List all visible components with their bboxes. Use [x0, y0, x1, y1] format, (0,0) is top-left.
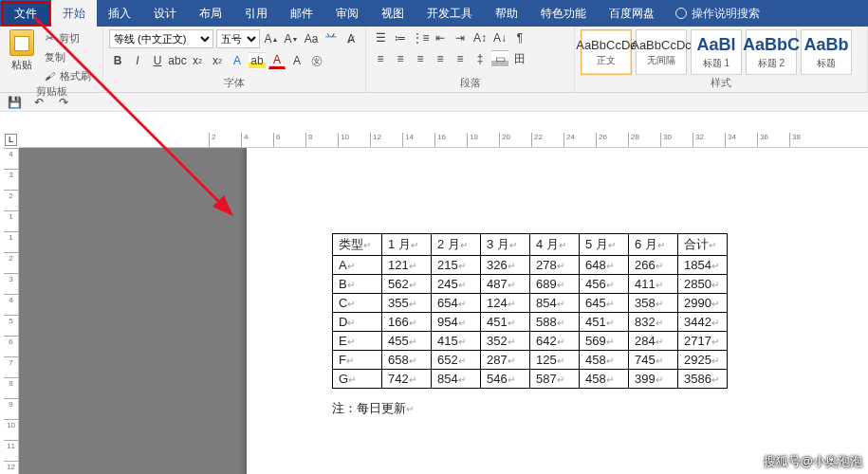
- table-cell[interactable]: 954↵: [432, 313, 481, 332]
- table-cell[interactable]: 411↵: [629, 275, 678, 294]
- show-marks-button[interactable]: ¶: [511, 29, 528, 46]
- shrink-font-button[interactable]: A▼: [283, 30, 300, 47]
- numbering-button[interactable]: ≔: [392, 29, 409, 46]
- table-cell[interactable]: 642↵: [530, 332, 580, 351]
- table-cell[interactable]: 245↵: [432, 275, 481, 294]
- tab-view[interactable]: 视图: [370, 0, 416, 27]
- table-cell[interactable]: 654↵: [432, 294, 481, 313]
- table-cell[interactable]: 745↵: [629, 351, 678, 370]
- undo-button[interactable]: ↶: [30, 94, 47, 111]
- table-cell[interactable]: 358↵: [629, 294, 678, 313]
- table-cell[interactable]: 458↵: [580, 370, 629, 389]
- document-table[interactable]: 类型↵1 月↵2 月↵3 月↵4 月↵5 月↵6 月↵合计↵A↵121↵215↵…: [332, 233, 728, 389]
- tab-developer[interactable]: 开发工具: [416, 0, 484, 27]
- table-cell[interactable]: 587↵: [530, 370, 580, 389]
- table-row[interactable]: E↵455↵415↵352↵642↵569↵284↵2717↵: [333, 332, 728, 351]
- table-cell[interactable]: 2925↵: [678, 351, 728, 370]
- tab-review[interactable]: 审阅: [324, 0, 370, 27]
- char-border-button[interactable]: A: [288, 52, 305, 69]
- table-cell[interactable]: 125↵: [530, 351, 580, 370]
- table-row[interactable]: G↵742↵854↵546↵587↵458↵399↵3586↵: [333, 370, 728, 389]
- table-row[interactable]: A↵121↵215↵326↵278↵648↵266↵1854↵: [333, 256, 728, 275]
- italic-button[interactable]: I: [129, 52, 146, 69]
- tab-design[interactable]: 设计: [142, 0, 188, 27]
- tab-file[interactable]: 文件: [1, 1, 50, 26]
- table-cell[interactable]: G↵: [333, 370, 382, 389]
- align-right-button[interactable]: ≡: [412, 50, 429, 67]
- table-cell[interactable]: 742↵: [382, 370, 432, 389]
- table-cell[interactable]: 399↵: [629, 370, 678, 389]
- ruler-vertical[interactable]: 4321123456789101112: [4, 148, 19, 474]
- table-cell[interactable]: B↵: [333, 275, 382, 294]
- table-cell[interactable]: 658↵: [382, 351, 432, 370]
- tab-references[interactable]: 引用: [233, 0, 279, 27]
- table-cell[interactable]: 546↵: [481, 370, 530, 389]
- strikethrough-button[interactable]: abc: [169, 52, 186, 69]
- table-row[interactable]: C↵355↵654↵124↵854↵645↵358↵2990↵: [333, 294, 728, 313]
- superscript-button[interactable]: x2: [209, 52, 226, 69]
- bullets-button[interactable]: ☰: [372, 29, 389, 46]
- tab-mailings[interactable]: 邮件: [279, 0, 324, 27]
- style-无间隔[interactable]: AaBbCcDc无间隔: [636, 29, 687, 75]
- table-cell[interactable]: 284↵: [629, 332, 678, 351]
- redo-button[interactable]: ↷: [55, 94, 72, 111]
- bold-button[interactable]: B: [109, 52, 126, 69]
- table-cell[interactable]: 3442↵: [678, 313, 728, 332]
- table-header[interactable]: 1 月↵: [382, 234, 432, 256]
- table-cell[interactable]: 2850↵: [678, 275, 728, 294]
- change-case-button[interactable]: Aa: [303, 30, 320, 47]
- table-cell[interactable]: 326↵: [481, 256, 530, 275]
- decrease-indent-button[interactable]: ⇤: [432, 29, 449, 46]
- clear-format-button[interactable]: A̷: [342, 30, 360, 47]
- style-标题[interactable]: AaBb标题: [801, 29, 852, 75]
- highlight-button[interactable]: ab: [249, 52, 266, 69]
- font-size-select[interactable]: 五号: [216, 29, 260, 48]
- table-cell[interactable]: 287↵: [481, 351, 530, 370]
- style-正文[interactable]: AaBbCcDc正文: [581, 29, 632, 75]
- table-cell[interactable]: 832↵: [629, 313, 678, 332]
- table-cell[interactable]: 689↵: [530, 275, 580, 294]
- tab-baidu[interactable]: 百度网盘: [598, 0, 666, 27]
- tab-stop-selector[interactable]: L: [5, 134, 17, 146]
- table-cell[interactable]: 652↵: [432, 351, 481, 370]
- underline-button[interactable]: U: [149, 52, 166, 69]
- table-cell[interactable]: 645↵: [580, 294, 629, 313]
- font-name-select[interactable]: 等线 (中文正文): [109, 29, 213, 48]
- table-cell[interactable]: 3586↵: [678, 370, 728, 389]
- table-cell[interactable]: 124↵: [481, 294, 530, 313]
- tab-insert[interactable]: 插入: [97, 0, 142, 27]
- paste-button[interactable]: 粘贴: [6, 29, 38, 72]
- tab-special[interactable]: 特色功能: [529, 0, 598, 27]
- style-gallery[interactable]: AaBbCcDc正文AaBbCcDc无间隔AaBl标题 1AaBbC标题 2Aa…: [581, 29, 861, 75]
- table-cell[interactable]: E↵: [333, 332, 382, 351]
- enclose-char-button[interactable]: ㊛: [308, 52, 325, 69]
- increase-indent-button[interactable]: ⇥: [452, 29, 469, 46]
- align-center-button[interactable]: ≡: [392, 50, 409, 67]
- table-cell[interactable]: 166↵: [382, 313, 432, 332]
- save-button[interactable]: 💾: [6, 94, 23, 111]
- table-cell[interactable]: A↵: [333, 256, 382, 275]
- page[interactable]: 类型↵1 月↵2 月↵3 月↵4 月↵5 月↵6 月↵合计↵A↵121↵215↵…: [247, 148, 868, 474]
- table-cell[interactable]: 2717↵: [678, 332, 728, 351]
- shading-button[interactable]: ▭: [491, 50, 508, 67]
- multilevel-button[interactable]: ⋮≡: [412, 29, 429, 46]
- copy-button[interactable]: 复制: [42, 48, 97, 65]
- table-cell[interactable]: 854↵: [432, 370, 481, 389]
- table-cell[interactable]: 352↵: [481, 332, 530, 351]
- table-cell[interactable]: 215↵: [432, 256, 481, 275]
- tell-me-search[interactable]: 操作说明搜索: [666, 0, 769, 27]
- table-cell[interactable]: 648↵: [580, 256, 629, 275]
- justify-button[interactable]: ≡: [432, 50, 449, 67]
- phonetic-guide-button[interactable]: 䒑: [323, 30, 340, 47]
- table-header[interactable]: 合计↵: [678, 234, 728, 256]
- table-cell[interactable]: C↵: [333, 294, 382, 313]
- table-cell[interactable]: 588↵: [530, 313, 580, 332]
- table-cell[interactable]: 562↵: [382, 275, 432, 294]
- distribute-button[interactable]: ≡: [452, 50, 469, 67]
- text-direction-button[interactable]: A↕: [471, 29, 489, 46]
- tab-home[interactable]: 开始: [51, 0, 97, 27]
- table-row[interactable]: B↵562↵245↵487↵689↵456↵411↵2850↵: [333, 275, 728, 294]
- table-header[interactable]: 6 月↵: [629, 234, 678, 256]
- grow-font-button[interactable]: A▲: [263, 30, 280, 47]
- table-cell[interactable]: 266↵: [629, 256, 678, 275]
